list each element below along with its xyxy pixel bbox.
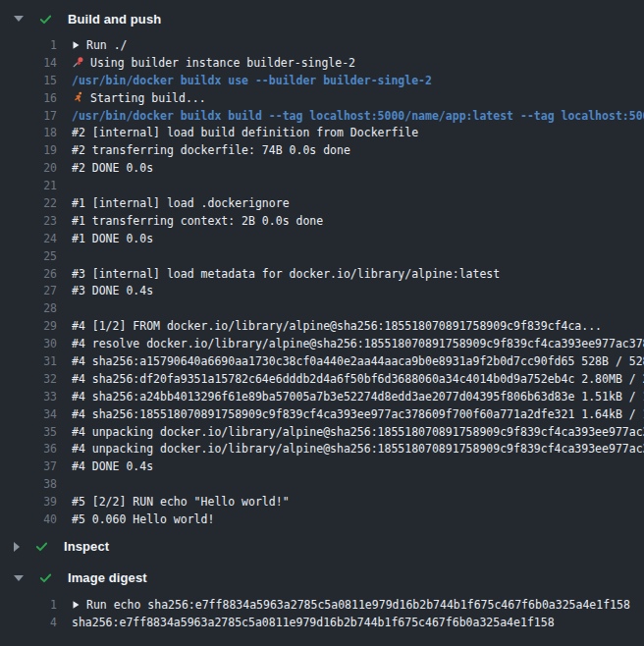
log-text: #1 DONE 0.0s	[72, 232, 153, 245]
log-text-cell: #2 DONE 0.0s	[72, 161, 153, 175]
log-text: #4 unpacking docker.io/library/alpine@sh…	[72, 442, 644, 456]
chevron-right-icon[interactable]	[14, 542, 20, 552]
log-text: Starting build...	[90, 91, 206, 105]
log-text: #2 [internal] load build definition from…	[72, 126, 418, 139]
runner-icon	[72, 91, 84, 104]
step-log-block: 1Run echo sha256:e7ff8834a5963a2785c5a08…	[0, 594, 644, 634]
log-line: 21	[0, 177, 644, 194]
log-text: /usr/bin/docker buildx use --builder bui…	[72, 74, 432, 87]
log-line: 30#4 resolve docker.io/library/alpine@sh…	[0, 335, 644, 352]
step-title: Build and push	[68, 12, 161, 27]
log-line: 39#5 [2/2] RUN echo "Hello world!"	[0, 493, 644, 511]
log-text-cell: #2 transferring dockerfile: 74B 0.0s don…	[72, 143, 350, 157]
line-number[interactable]: 32	[0, 372, 57, 386]
log-text: Run echo sha256:e7ff8834a5963a2785c5a081…	[86, 598, 630, 612]
line-number[interactable]: 14	[0, 56, 57, 70]
line-number[interactable]: 15	[0, 74, 57, 87]
line-number[interactable]: 4	[0, 616, 57, 629]
log-line: 14Using builder instance builder-single-…	[0, 54, 644, 72]
log-text-cell: #4 DONE 0.4s	[72, 459, 153, 473]
line-number[interactable]: 30	[0, 337, 57, 350]
log-text-cell: #5 [2/2] RUN echo "Hello world!"	[72, 495, 290, 509]
line-number[interactable]: 18	[0, 126, 57, 139]
log-text-cell: Using builder instance builder-single-2	[72, 56, 355, 70]
log-text: Using builder instance builder-single-2	[90, 56, 355, 70]
play-icon[interactable]	[72, 40, 80, 50]
step-title: Image digest	[68, 570, 147, 585]
line-number[interactable]: 37	[0, 459, 57, 473]
log-text-cell: #3 [internal] load metadata for docker.i…	[72, 267, 500, 281]
log-line: 37#4 DONE 0.4s	[0, 458, 644, 475]
log-line: 1Run echo sha256:e7ff8834a5963a2785c5a08…	[0, 596, 644, 614]
line-number[interactable]: 1	[0, 598, 57, 612]
line-number[interactable]: 17	[0, 109, 57, 123]
line-number[interactable]: 24	[0, 232, 57, 245]
workflow-log: Build and push1Run ./14Using builder ins…	[0, 0, 644, 634]
log-text: #4 sha256:df20fa9351a15782c64e6dddb2d4a6…	[72, 372, 644, 386]
line-number[interactable]: 28	[0, 301, 57, 315]
log-line: 19#2 transferring dockerfile: 74B 0.0s d…	[0, 141, 644, 159]
log-line: 20#2 DONE 0.0s	[0, 159, 644, 177]
log-line: 34#4 sha256:185518070891758909c9f839cf4c…	[0, 405, 644, 423]
chevron-down-icon[interactable]	[14, 575, 24, 581]
line-number[interactable]: 27	[0, 284, 57, 297]
success-check-icon	[38, 570, 53, 585]
log-text-cell: #5 0.060 Hello world!	[72, 512, 214, 526]
log-text: #5 0.060 Hello world!	[72, 512, 214, 526]
log-text: #3 DONE 0.4s	[72, 284, 153, 297]
log-text: #4 unpacking docker.io/library/alpine@sh…	[72, 425, 644, 439]
log-text: #4 sha256:a24bb4013296f61e89ba57005a7b3e…	[72, 390, 644, 404]
log-text-cell: #4 sha256:a15790640a6690aa1730c38cf0a440…	[72, 354, 644, 368]
log-text: /usr/bin/docker buildx build --tag local…	[72, 109, 644, 123]
log-text-cell: #3 DONE 0.4s	[72, 284, 153, 297]
line-number[interactable]: 35	[0, 425, 57, 439]
line-number[interactable]: 33	[0, 390, 57, 404]
log-text: Run ./	[86, 38, 128, 52]
log-text: #2 transferring dockerfile: 74B 0.0s don…	[72, 143, 350, 157]
log-line: 29#4 [1/2] FROM docker.io/library/alpine…	[0, 317, 644, 335]
line-number[interactable]: 19	[0, 143, 57, 157]
step-header-inspect[interactable]: Inspect	[0, 531, 644, 563]
log-line: 18#2 [internal] load build definition fr…	[0, 124, 644, 141]
line-number[interactable]: 1	[0, 38, 57, 52]
log-text: #4 sha256:185518070891758909c9f839cf4ca3…	[72, 407, 644, 421]
step-header-image-digest[interactable]: Image digest	[0, 563, 644, 594]
log-text: #4 sha256:a15790640a6690aa1730c38cf0a440…	[72, 354, 644, 368]
log-line: 1Run ./	[0, 36, 644, 54]
log-line: 23#1 transferring context: 2B 0.0s done	[0, 212, 644, 230]
log-line: 16Starting build...	[0, 89, 644, 107]
log-text-cell: #4 unpacking docker.io/library/alpine@sh…	[72, 442, 644, 456]
log-text-cell: Starting build...	[72, 91, 206, 105]
line-number[interactable]: 20	[0, 161, 57, 175]
log-text-cell: #1 DONE 0.0s	[72, 232, 153, 245]
play-icon[interactable]	[72, 600, 80, 610]
success-check-icon	[38, 12, 53, 27]
line-number[interactable]: 29	[0, 319, 57, 333]
line-number[interactable]: 38	[0, 477, 57, 491]
log-line: 26#3 [internal] load metadata for docker…	[0, 265, 644, 283]
log-text-cell: #4 unpacking docker.io/library/alpine@sh…	[72, 425, 644, 439]
log-text-cell: /usr/bin/docker buildx use --builder bui…	[72, 74, 432, 87]
line-number[interactable]: 25	[0, 249, 57, 263]
line-number[interactable]: 36	[0, 442, 57, 456]
line-number[interactable]: 31	[0, 354, 57, 368]
log-line: 17/usr/bin/docker buildx build --tag loc…	[0, 107, 644, 125]
log-line: 36#4 unpacking docker.io/library/alpine@…	[0, 440, 644, 458]
line-number[interactable]: 16	[0, 91, 57, 105]
log-line: 24#1 DONE 0.0s	[0, 230, 644, 247]
log-text-cell: #4 sha256:a24bb4013296f61e89ba57005a7b3e…	[72, 390, 644, 404]
log-text-cell: #1 transferring context: 2B 0.0s done	[72, 214, 323, 228]
log-line: 33#4 sha256:a24bb4013296f61e89ba57005a7b…	[0, 388, 644, 405]
line-number[interactable]: 23	[0, 214, 57, 228]
line-number[interactable]: 22	[0, 196, 57, 210]
log-line: 40#5 0.060 Hello world!	[0, 511, 644, 528]
line-number[interactable]: 26	[0, 267, 57, 281]
line-number[interactable]: 21	[0, 179, 57, 192]
step-header-build-and-push[interactable]: Build and push	[0, 3, 644, 34]
log-text-cell: #4 sha256:185518070891758909c9f839cf4ca3…	[72, 407, 644, 421]
line-number[interactable]: 39	[0, 495, 57, 509]
line-number[interactable]: 34	[0, 407, 57, 421]
log-text: #1 [internal] load .dockerignore	[72, 196, 290, 210]
line-number[interactable]: 40	[0, 512, 57, 526]
chevron-down-icon[interactable]	[14, 16, 24, 22]
